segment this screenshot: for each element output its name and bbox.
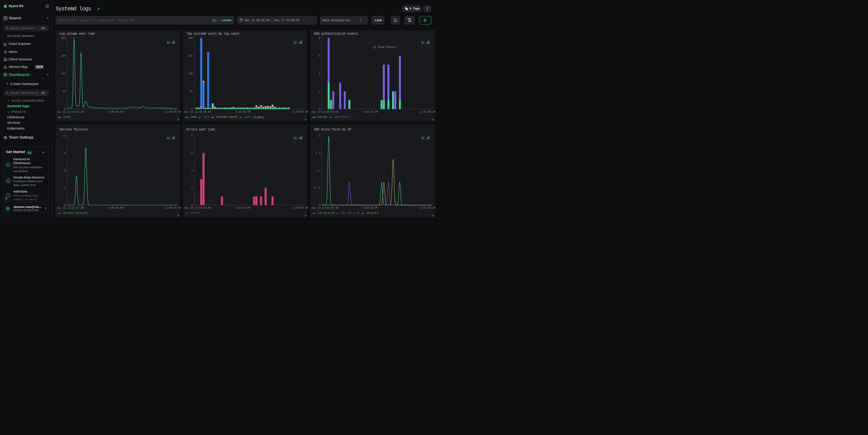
svg-text:4: 4 [318,72,320,75]
svg-text:9: 9 [64,152,65,155]
svg-text:3: 3 [64,186,65,189]
svg-text:Nov 15 12:00:00 AM: Nov 15 12:00:00 AM [57,207,84,210]
svg-text:Nov 15 12:00:00 AM: Nov 15 12:00:00 AM [57,111,84,114]
svg-text:2: 2 [191,186,193,189]
svg-text:8: 8 [318,37,320,40]
svg-text:95: 95 [189,90,193,93]
svg-text:9:00:00 PM: 9:00:00 PM [363,111,378,114]
svg-text:11:00:00 PM: 11:00:00 PM [419,207,434,210]
svg-text:6: 6 [318,55,320,58]
svg-text:11:00:00 PM: 11:00:00 PM [291,207,308,210]
svg-text:2: 2 [318,90,320,93]
svg-text:Nov 15 12:00:00 AM: Nov 15 12:00:00 AM [184,207,211,210]
svg-text:9:00:00 PM: 9:00:00 PM [235,207,250,210]
svg-text:9:00:00 PM: 9:00:00 PM [363,207,378,210]
svg-text:6: 6 [64,169,65,172]
svg-text:0.75: 0.75 [314,186,320,189]
svg-text:12: 12 [62,134,65,137]
svg-text:285: 285 [188,55,193,58]
svg-text:Nov 15 12:00:00 AM: Nov 15 12:00:00 AM [311,207,338,210]
svg-text:11:00:00 PM: 11:00:00 PM [419,111,434,114]
svg-text:9:00:00 PM: 9:00:00 PM [108,111,123,114]
svg-text:1.5: 1.5 [315,169,320,172]
svg-text:4: 4 [191,169,193,172]
svg-text:285: 285 [61,55,65,58]
svg-text:11:00:00 PM: 11:00:00 PM [291,111,308,114]
svg-text:3: 3 [318,134,320,137]
svg-text:9:00:00 PM: 9:00:00 PM [108,207,123,210]
svg-text:9:00:00 PM: 9:00:00 PM [235,111,250,114]
svg-text:Nov 15 12:00:00 AM: Nov 15 12:00:00 AM [184,111,211,114]
svg-text:2.3: 2.3 [315,152,320,155]
svg-text:190: 190 [61,72,65,75]
svg-text:8: 8 [191,134,193,137]
svg-text:380: 380 [188,37,193,40]
svg-text:95: 95 [62,90,65,93]
svg-text:11:00:00 PM: 11:00:00 PM [164,207,181,210]
svg-text:6: 6 [191,152,193,155]
svg-text:190: 190 [188,72,193,75]
svg-text:11:00:00 PM: 11:00:00 PM [164,111,181,114]
svg-text:380: 380 [61,37,65,40]
svg-text:Nov 15 12:00:00 AM: Nov 15 12:00:00 AM [311,111,338,114]
